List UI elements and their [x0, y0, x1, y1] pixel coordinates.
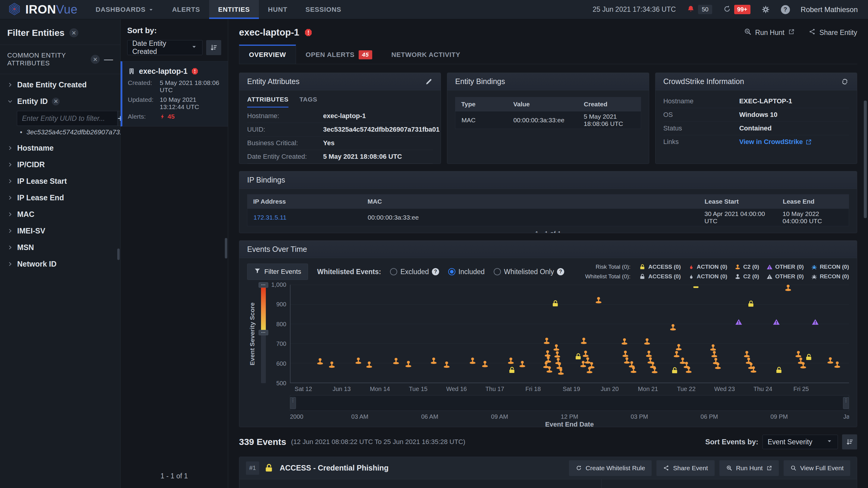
event-point-c2[interactable] [799, 361, 807, 369]
tab-open-alerts[interactable]: OPEN ALERTS45 [296, 44, 382, 64]
event-point-c2[interactable] [468, 357, 477, 365]
event-point-c2[interactable] [392, 357, 400, 365]
event-point-c2[interactable] [580, 337, 588, 345]
event-point-c2[interactable] [507, 357, 515, 365]
event-point-access[interactable] [805, 353, 813, 361]
event-point-c2[interactable] [784, 284, 792, 292]
settings-button[interactable] [761, 5, 770, 14]
event-point-c2[interactable] [629, 366, 638, 374]
run-hunt-button[interactable]: Run Hunt [744, 28, 795, 37]
event-point-c2[interactable] [749, 365, 758, 374]
event-point-c2[interactable] [354, 357, 363, 365]
sidebar-item-network-id[interactable]: Network ID [0, 256, 120, 272]
sort-direction-button[interactable] [206, 40, 221, 55]
sync-icon[interactable] [841, 77, 849, 86]
event-point-access[interactable] [775, 366, 783, 374]
event-point-access[interactable] [747, 300, 755, 308]
view-full-event-button[interactable]: View Full Event [784, 460, 850, 476]
event-point-c2[interactable] [365, 361, 373, 369]
main-scrollbar[interactable] [864, 101, 867, 218]
remove-section-icon[interactable]: ✕ [91, 55, 100, 64]
brush-handle-right[interactable]: ⋮ [843, 397, 849, 409]
collapse-section-icon[interactable]: — [104, 56, 113, 62]
event-point-access[interactable] [552, 300, 560, 307]
sidebar-item-imei-sv[interactable]: IMEI-SV [0, 223, 120, 239]
tab-network-activity[interactable]: NETWORK ACTIVITY [382, 44, 470, 64]
notifications-button[interactable]: 50 [687, 5, 712, 14]
brush-handle-left[interactable]: ⋮ [290, 397, 296, 409]
event-point-c2[interactable] [587, 361, 596, 369]
event-point-bar[interactable] [692, 284, 700, 290]
help-icon[interactable]: ? [781, 5, 790, 14]
event-point-c2[interactable] [442, 361, 451, 369]
edit-pencil-icon[interactable] [425, 78, 433, 86]
event-point-c2[interactable] [620, 337, 629, 346]
event-point-access[interactable] [508, 366, 516, 374]
event-point-c2[interactable] [684, 366, 693, 374]
event-point-c2[interactable] [594, 296, 603, 304]
clear-filters-icon[interactable]: ✕ [69, 28, 79, 37]
event-point-c2[interactable] [714, 362, 722, 370]
nav-item-alerts[interactable]: ALERTS [163, 0, 209, 19]
subtab-tags[interactable]: TAGS [299, 96, 317, 107]
sidebar-item-date-entity-created[interactable]: Date Entity Created [0, 76, 120, 93]
colorbar-handle-bottom[interactable]: ••• [258, 330, 268, 335]
events-sort-direction-button[interactable] [842, 434, 857, 450]
event-point-c2[interactable] [669, 323, 677, 332]
nav-item-entities[interactable]: ENTITIES [209, 0, 259, 19]
event-point-c2[interactable] [643, 337, 651, 346]
radio-included[interactable]: Included [448, 268, 485, 276]
sidebar-item-msn[interactable]: MSN [0, 239, 120, 256]
sidebar-scrollbar[interactable] [117, 249, 120, 260]
event-point-c2[interactable] [316, 357, 324, 366]
event-point-c2[interactable] [557, 367, 565, 376]
event-point-c2[interactable] [650, 366, 659, 375]
current-user[interactable]: Robert Mathieson [801, 5, 858, 14]
time-range-brush[interactable]: ⋮ ⋮ [290, 395, 849, 411]
radio-excluded[interactable]: Excluded? [390, 268, 439, 276]
sidebar-item-hostname[interactable]: Hostname [0, 140, 120, 156]
sidebar-item-ip-lease-start[interactable]: IP Lease Start [0, 173, 120, 190]
entity-uuid-input[interactable] [17, 111, 117, 126]
event-point-c2[interactable] [675, 343, 683, 352]
event-point-other[interactable] [772, 318, 780, 326]
scatter-plot-area[interactable] [290, 285, 849, 383]
radio-whitelisted-only[interactable]: Whitelisted Only? [494, 268, 564, 276]
share-event-button[interactable]: Share Event [656, 460, 715, 476]
sidebar-item-entity-id[interactable]: Entity ID✕ [0, 93, 120, 110]
entity-list-scrollbar[interactable] [225, 238, 227, 258]
ip-address-link[interactable]: 172.31.5.11 [247, 214, 362, 221]
create-whitelist-rule-button[interactable]: Create Whitelist Rule [569, 460, 652, 476]
run-hunt-button[interactable]: Run Hunt [719, 460, 779, 476]
event-point-c2[interactable] [328, 361, 336, 369]
event-point-c2[interactable] [542, 337, 551, 345]
share-entity-button[interactable]: Share Entity [809, 28, 857, 37]
subtab-attributes[interactable]: ATTRIBUTES [247, 96, 288, 107]
event-point-other[interactable] [812, 318, 819, 326]
event-point-c2[interactable] [481, 360, 489, 368]
event-point-c2[interactable] [404, 360, 412, 368]
app-logo[interactable]: IRONVue [0, 0, 87, 19]
crowdstrike-link[interactable]: View in CrowdStrike [739, 138, 812, 146]
sidebar-item-ip-cidr[interactable]: IP/CIDR [0, 156, 120, 173]
events-sort-select[interactable]: Event Severity [763, 435, 838, 449]
nav-item-dashboards[interactable]: DASHBOARDS [87, 0, 163, 19]
remove-filter-icon[interactable]: ✕ [52, 98, 60, 105]
sidebar-item-ip-lease-end[interactable]: IP Lease End [0, 190, 120, 206]
sidebar-item-mac[interactable]: MAC [0, 206, 120, 223]
event-point-other[interactable] [735, 318, 743, 326]
entity-list-item[interactable]: exec-laptop-1Created:5 May 2021 18:08:06… [121, 61, 228, 127]
filter-events-button[interactable]: Filter Events [247, 264, 308, 280]
colorbar-handle-top[interactable]: ••• [258, 282, 268, 288]
event-point-c2[interactable] [518, 360, 527, 368]
nav-item-hunt[interactable]: HUNT [259, 0, 296, 19]
tab-overview[interactable]: OVERVIEW [239, 44, 296, 64]
help-icon[interactable]: ? [557, 268, 564, 275]
event-point-c2[interactable] [833, 361, 841, 369]
entity-sort-select[interactable]: Date Entity Created [127, 40, 203, 55]
event-point-c2[interactable] [430, 357, 438, 365]
nav-item-sessions[interactable]: SESSIONS [296, 0, 350, 19]
event-point-access[interactable] [671, 367, 679, 375]
refresh-button[interactable]: 99+ [723, 5, 750, 14]
event-point-c2[interactable] [545, 365, 554, 374]
